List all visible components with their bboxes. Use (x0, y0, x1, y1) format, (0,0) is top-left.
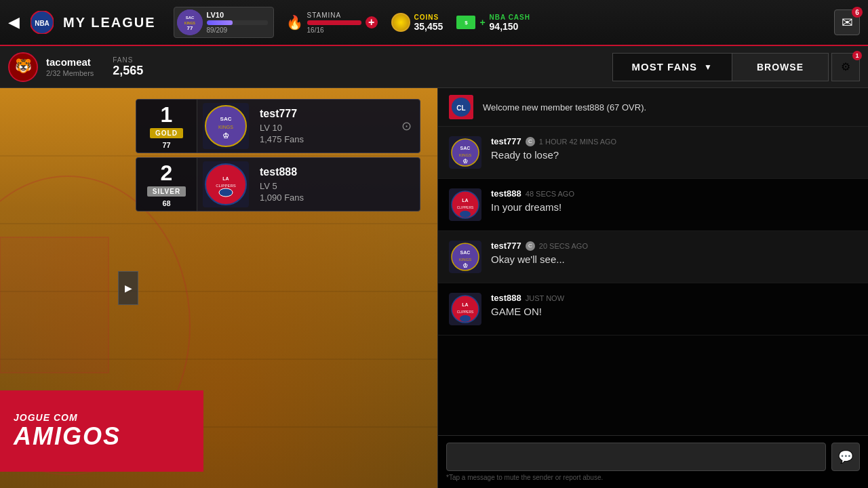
rank-1-section: 1 GOLD 77 (136, 100, 197, 152)
right-panel: CL Welcome new member test888 (67 OVR). … (437, 88, 868, 488)
svg-text:LA: LA (222, 176, 229, 181)
svg-text:KINGS: KINGS (459, 153, 472, 157)
rank-1-name: test777 (260, 108, 297, 119)
rank-2-team-logo: LA CLIPPERS (203, 161, 249, 207)
xp-text: 89/209 (207, 26, 268, 34)
rank-1-ovr: 77 (162, 141, 170, 149)
sort-button[interactable]: MOST FANS ▼ (612, 53, 732, 81)
player-team-logo: SAC KINGS 77 (177, 9, 203, 35)
svg-text:LA: LA (462, 198, 468, 203)
fans-label: FANS (113, 56, 143, 64)
svg-text:CL: CL (456, 104, 465, 112)
stamina-info: STAMINA 16/16 (307, 12, 361, 34)
welcome-strip: CL Welcome new member test888 (67 OVR). (438, 88, 868, 127)
chat-avatar-1: SAC KINGS ♔ (449, 136, 481, 169)
fans-value: 2,565 (113, 64, 143, 78)
sort-dropdown[interactable]: MOST FANS ▼ BROWSE ⚙ 1 (612, 53, 860, 81)
chat-avatar-3: SAC KINGS ♔ (449, 241, 481, 273)
svg-rect-15 (0, 237, 108, 373)
promo-banner: JOGUE COM AMIGOS (0, 390, 203, 472)
chat-msg-content-3: test777 C 20 SECS AGO Okay we'll see... (491, 241, 857, 265)
rank-card-2[interactable]: 2 SILVER 68 LA CLIPPERS test888 LV 5 (136, 157, 420, 211)
stamina-value: 16/16 (307, 26, 361, 34)
rank-1-copy-icon[interactable]: ⊙ (393, 110, 420, 142)
league-members: 2/32 Members (46, 69, 94, 77)
rank-card-1[interactable]: 1 GOLD 77 SAC KINGS ♔ test777 LV 10 (136, 99, 420, 153)
chat-message-3[interactable]: SAC KINGS ♔ test777 C 20 SECS AGO Okay w… (438, 231, 868, 283)
chat-message-4[interactable]: LA CLIPPERS test888 JUST NOW GAME ON! (438, 283, 868, 336)
stamina-bar-fill (307, 20, 361, 25)
rank-2-number: 2 (161, 162, 173, 184)
svg-text:CLIPPERS: CLIPPERS (457, 205, 474, 209)
cash-plus-button[interactable]: + (479, 17, 485, 28)
svg-text:77: 77 (186, 25, 193, 31)
chat-input-area: 💬 *Tap a message to mute the sender or r… (438, 435, 868, 488)
rank-1-player-info: test777 LV 10 1,475 Fans (254, 102, 393, 150)
back-button[interactable]: ◀ (8, 14, 20, 31)
stamina-plus-button[interactable]: + (366, 16, 378, 28)
cash-label: NBA CASH (490, 14, 530, 21)
chat-footer-note: *Tap a message to mute the sender or rep… (446, 474, 860, 481)
player-level-label: LV10 (207, 11, 268, 19)
player-level-section: LV10 89/209 (207, 11, 268, 34)
svg-text:SAC: SAC (460, 146, 471, 150)
mail-section[interactable]: ✉ 6 (834, 9, 860, 35)
chat-time-1: 1 HOUR 42 MINS AGO (539, 138, 616, 146)
promo-big-text: AMIGOS (14, 423, 190, 450)
rank-2-player-info: test888 LV 5 1,090 Fans (254, 161, 420, 208)
chat-send-button[interactable]: 💬 (831, 443, 860, 471)
svg-text:KINGS: KINGS (218, 125, 233, 129)
rank-1-fans: 1,475 Fans (260, 134, 388, 144)
league-logo: 🐯 (8, 52, 38, 82)
settings-button[interactable]: ⚙ 1 (831, 53, 860, 81)
chat-leader-icon-3: C (526, 241, 535, 251)
svg-text:CLIPPERS: CLIPPERS (216, 184, 236, 188)
league-name: tacomeat (46, 56, 94, 68)
sort-label: MOST FANS (632, 61, 698, 73)
nav-left-arrow[interactable]: ▶ (118, 271, 138, 305)
chat-msg-header-4: test888 JUST NOW (491, 293, 857, 303)
coins-section: COINS 35,455 (391, 13, 443, 32)
chat-messages: SAC KINGS ♔ test777 C 1 HOUR 42 MINS AGO… (438, 127, 868, 435)
promo-small-text: JOGUE COM (14, 412, 190, 423)
svg-text:LA: LA (462, 302, 468, 307)
svg-text:♔: ♔ (462, 262, 468, 269)
chat-input-row: 💬 (446, 443, 860, 471)
chat-message-1[interactable]: SAC KINGS ♔ test777 C 1 HOUR 42 MINS AGO… (438, 127, 868, 179)
player-card: SAC KINGS 77 LV10 89/209 (174, 7, 274, 38)
chat-msg-content-1: test777 C 1 HOUR 42 MINS AGO Ready to lo… (491, 136, 857, 161)
page-title: MY LEAGUE (63, 15, 156, 30)
send-icon: 💬 (838, 449, 853, 464)
stamina-label: STAMINA (307, 12, 361, 19)
rank-1-team-logo: SAC KINGS ♔ (203, 103, 249, 149)
rank-2-section: 2 SILVER 68 (136, 158, 197, 211)
main-content: ▶ 1 GOLD 77 SAC KINGS ♔ (0, 88, 868, 488)
svg-text:SAC: SAC (460, 250, 471, 255)
chat-msg-content-2: test888 48 SECS AGO In your dreams! (491, 188, 857, 213)
mail-badge: 6 (852, 7, 863, 18)
welcome-text: Welcome new member test888 (67 OVR). (483, 102, 646, 113)
browse-button[interactable]: BROWSE (732, 53, 829, 81)
xp-bar (207, 20, 268, 25)
rank-2-fans: 1,090 Fans (260, 192, 414, 203)
chat-text-3: Okay we'll see... (491, 253, 857, 265)
chat-msg-content-4: test888 JUST NOW GAME ON! (491, 293, 857, 317)
chat-sender-2: test888 (491, 188, 521, 199)
rank-1-level: LV 10 (260, 123, 388, 133)
stamina-fire-icon: 🔥 (286, 14, 303, 30)
chat-message-2[interactable]: LA CLIPPERS test888 48 SECS AGO In your … (438, 179, 868, 231)
svg-text:🐯: 🐯 (15, 58, 32, 74)
leaderboard: 1 GOLD 77 SAC KINGS ♔ test777 LV 10 (136, 99, 420, 211)
rank-1-tier: GOLD (150, 128, 183, 138)
chat-text-4: GAME ON! (491, 306, 857, 317)
svg-text:♔: ♔ (462, 158, 468, 165)
league-bar: 🐯 tacomeat 2/32 Members FANS 2,565 MOST … (0, 46, 868, 88)
chat-sender-3: test777 (491, 241, 521, 251)
svg-text:SAC: SAC (185, 16, 194, 20)
chat-input[interactable] (446, 443, 826, 471)
svg-point-25 (219, 188, 233, 197)
cash-info: NBA CASH 94,150 (490, 14, 530, 32)
coins-info: COINS 35,455 (414, 14, 443, 32)
cash-value: 94,150 (490, 21, 530, 32)
top-bar: ◀ NBA MY LEAGUE SAC KINGS 77 LV10 89/209… (0, 0, 868, 46)
